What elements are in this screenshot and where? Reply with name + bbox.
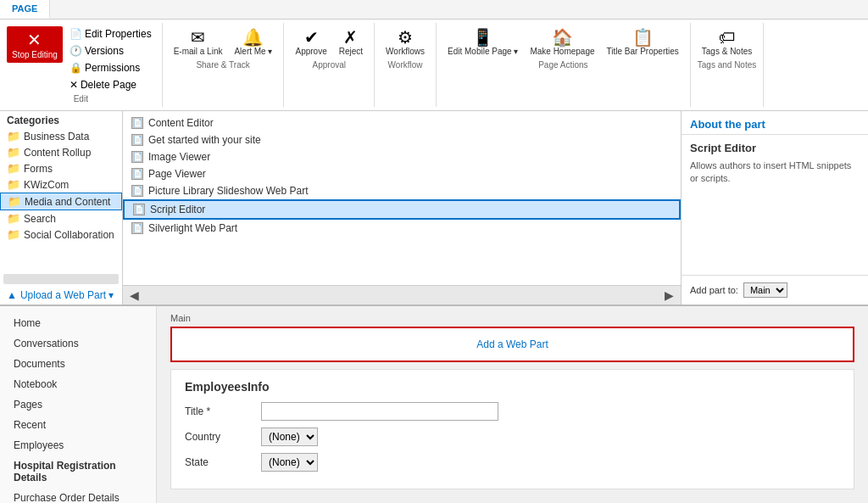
versions-label: Versions xyxy=(85,45,124,57)
ribbon-group-share: ✉ E-mail a Link 🔔 Alert Me ▾ Share & Tra… xyxy=(163,23,285,107)
parts-prev-button[interactable]: ◀ xyxy=(130,288,139,302)
nav-item-hospital-reg[interactable]: Hospital Registration Details xyxy=(0,455,156,488)
part-page-viewer[interactable]: 📄 Page Viewer xyxy=(123,165,681,182)
about-header: About the part xyxy=(682,111,868,135)
category-label: Content Rollup xyxy=(24,147,91,159)
delete-icon: ✕ xyxy=(70,79,78,91)
reject-icon: ✗ xyxy=(343,29,358,46)
parts-next-button[interactable]: ▶ xyxy=(665,288,674,302)
approval-group-label: Approval xyxy=(291,60,367,70)
nav-item-conversations[interactable]: Conversations xyxy=(0,333,156,354)
tags-notes-button[interactable]: 🏷 Tags & Notes xyxy=(698,26,756,59)
part-script-editor[interactable]: 📄 Script Editor xyxy=(123,199,681,220)
make-homepage-button[interactable]: 🏠 Make Homepage xyxy=(526,26,598,59)
ribbon-group-page-actions: 📱 Edit Mobile Page ▾ 🏠 Make Homepage 📋 T… xyxy=(437,23,691,107)
stop-icon: ✕ xyxy=(27,30,42,50)
nav-item-home[interactable]: Home xyxy=(0,313,156,333)
part-image-viewer[interactable]: 📄 Image Viewer xyxy=(123,148,681,165)
email-link-button[interactable]: ✉ E-mail a Link xyxy=(170,26,227,59)
permissions-label: Permissions xyxy=(85,62,140,74)
add-webpart-button[interactable]: Add a Web Part xyxy=(170,327,854,362)
upload-webpart-button[interactable]: ▲ Upload a Web Part ▾ xyxy=(0,286,122,305)
category-label: Social Collaboration xyxy=(24,229,114,241)
category-label: Media and Content xyxy=(25,196,110,208)
part-label: Image Viewer xyxy=(148,151,210,163)
email-label: E-mail a Link xyxy=(174,47,223,56)
form-label-country: Country xyxy=(185,431,253,443)
tags-label: Tags & Notes xyxy=(702,47,752,56)
title-input[interactable] xyxy=(261,402,498,421)
nav-item-documents[interactable]: Documents xyxy=(0,354,156,374)
permissions-icon: 🔒 xyxy=(70,62,82,74)
permissions-button[interactable]: 🔒 Permissions xyxy=(66,60,155,75)
ribbon-group-approval: ✔ Approve ✗ Reject Approval xyxy=(284,23,375,107)
about-panel: About the part Script Editor Allows auth… xyxy=(682,111,868,305)
part-icon-silverlight: 📄 xyxy=(131,222,143,234)
ribbon: PAGE ✕ Stop Editing 📄 Edit Properties 🕐 … xyxy=(0,0,868,111)
sidebar-item-media-content[interactable]: 📁 Media and Content xyxy=(0,193,122,210)
add-part-row: Add part to: Main xyxy=(682,275,868,305)
part-label: Script Editor xyxy=(150,204,205,215)
sidebar-item-kwizcom[interactable]: 📁 KWizCom xyxy=(0,176,122,193)
alert-me-button[interactable]: 🔔 Alert Me ▾ xyxy=(230,26,276,59)
sidebar-item-business-data[interactable]: 📁 Business Data xyxy=(0,128,122,144)
part-picture-library[interactable]: 📄 Picture Library Slideshow Web Part xyxy=(123,182,681,199)
approve-icon: ✔ xyxy=(304,29,319,46)
nav-item-recent[interactable]: Recent xyxy=(0,415,156,435)
stop-editing-button[interactable]: ✕ Stop Editing xyxy=(7,26,63,63)
sidebar-item-content-rollup[interactable]: 📁 Content Rollup xyxy=(0,144,122,160)
title-bar-button[interactable]: 📋 Title Bar Properties xyxy=(603,26,683,59)
nav-item-employees[interactable]: Employees xyxy=(0,435,156,455)
country-select[interactable]: (None) xyxy=(261,428,318,446)
add-webpart-label: Add a Web Part xyxy=(476,338,548,350)
tab-page[interactable]: PAGE xyxy=(0,0,50,19)
parts-list: 📄 Content Editor 📄 Get started with your… xyxy=(123,111,681,285)
nav-item-notebook[interactable]: Notebook xyxy=(0,374,156,394)
versions-button[interactable]: 🕐 Versions xyxy=(66,43,155,59)
workflows-button[interactable]: ⚙ Workflows xyxy=(381,26,429,59)
edit-mobile-button[interactable]: 📱 Edit Mobile Page ▾ xyxy=(443,26,522,59)
part-get-started[interactable]: 📄 Get started with your site xyxy=(123,131,681,148)
sidebar-item-forms[interactable]: 📁 Forms xyxy=(0,160,122,176)
sidebar-item-social[interactable]: 📁 Social Collaboration xyxy=(0,226,122,243)
workflow-icon: ⚙ xyxy=(398,29,413,46)
nav-item-purchase-order[interactable]: Purchase Order Details xyxy=(0,488,156,503)
delete-label: Delete Page xyxy=(81,79,136,91)
workflow-group-label: Workflow xyxy=(381,60,429,70)
homepage-icon: 🏠 xyxy=(552,29,573,46)
folder-icon-rollup: 📁 xyxy=(7,146,20,159)
horizontal-scrollbar[interactable] xyxy=(3,274,119,284)
approve-button[interactable]: ✔ Approve xyxy=(291,26,331,59)
part-silverlight[interactable]: 📄 Silverlight Web Part xyxy=(123,220,681,237)
ribbon-group-tags: 🏷 Tags & Notes Tags and Notes xyxy=(691,23,765,107)
edit-properties-button[interactable]: 📄 Edit Properties xyxy=(66,26,155,42)
sidebar-item-search[interactable]: 📁 Search xyxy=(0,210,122,226)
state-select[interactable]: (None) xyxy=(261,453,318,472)
approve-label: Approve xyxy=(295,47,326,56)
titlebar-icon: 📋 xyxy=(632,29,654,46)
ribbon-group-workflow: ⚙ Workflows Workflow xyxy=(375,23,437,107)
part-label: Silverlight Web Part xyxy=(148,222,237,234)
part-label: Get started with your site xyxy=(148,134,261,146)
reject-button[interactable]: ✗ Reject xyxy=(335,26,367,59)
part-content-editor[interactable]: 📄 Content Editor xyxy=(123,115,681,131)
nav-item-pages[interactable]: Pages xyxy=(0,394,156,415)
ribbon-tabs: PAGE xyxy=(0,0,868,20)
ribbon-group-edit: ✕ Stop Editing 📄 Edit Properties 🕐 Versi… xyxy=(0,23,163,107)
add-part-select[interactable]: Main xyxy=(743,282,787,298)
form-label-state: State xyxy=(185,456,253,468)
tags-group-label: Tags and Notes xyxy=(698,60,757,70)
parts-nav: ◀ ▶ xyxy=(123,285,681,305)
part-icon-content-editor: 📄 xyxy=(131,117,143,129)
titlebar-label: Title Bar Properties xyxy=(607,47,679,56)
form-label-title: Title * xyxy=(185,405,253,417)
tags-icon: 🏷 xyxy=(719,29,736,46)
stop-editing-label: Stop Editing xyxy=(12,50,58,59)
part-icon-page-viewer: 📄 xyxy=(131,168,143,180)
edit-props-icon: 📄 xyxy=(70,28,82,40)
ribbon-body: ✕ Stop Editing 📄 Edit Properties 🕐 Versi… xyxy=(0,20,868,110)
delete-page-button[interactable]: ✕ Delete Page xyxy=(66,77,155,92)
folder-icon-media: 📁 xyxy=(8,195,21,208)
form-row-country: Country (None) xyxy=(185,428,840,446)
category-label: Forms xyxy=(24,163,53,175)
